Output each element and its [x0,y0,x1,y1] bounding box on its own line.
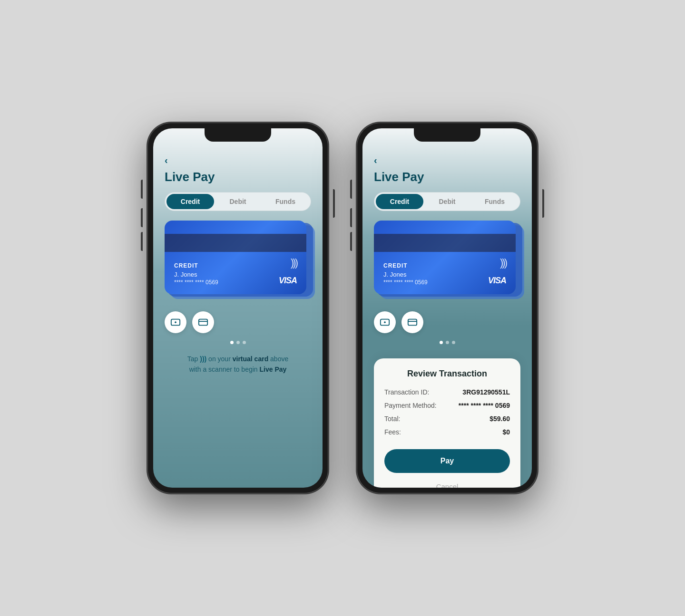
tab-credit-1[interactable]: Credit [166,194,214,209]
review-transaction-card: Review Transaction Transaction ID: 3RG91… [374,358,520,488]
review-row-fees: Fees: $0 [384,428,510,436]
review-row-transaction-id: Transaction ID: 3RG91290551L [384,388,510,396]
card-stripe-1 [165,234,306,252]
card-actions-1 [165,311,311,333]
card-dots-2 [374,341,520,344]
dot-1-active [230,341,234,344]
card-detail-icon [198,317,208,327]
card-stripe-2 [374,234,516,252]
card-dots-1 [165,341,311,344]
phone-2: ‹ Live Pay Credit Debit Funds ))) [357,123,538,493]
review-row-payment-method: Payment Method: **** **** **** 0569 [384,402,510,409]
dot-2-2 [446,341,449,344]
card-detail-icon-2 [407,317,418,327]
page-title-2: Live Pay [374,170,520,184]
card-actions-2 [374,311,520,333]
pay-button[interactable]: Pay [384,449,510,473]
review-row-total: Total: $59.60 [384,415,510,423]
card-brand-2: VISA [488,276,506,286]
instruction-wifi-symbol: ))) [200,355,208,363]
dot-1-2 [236,341,240,344]
card-detail-button[interactable] [192,311,214,333]
screen-2: ‹ Live Pay Credit Debit Funds ))) [362,128,532,488]
svg-rect-1 [199,319,207,326]
tab-debit-1[interactable]: Debit [214,194,262,209]
total-label: Total: [384,415,400,423]
tab-funds-2[interactable]: Funds [471,194,519,209]
instruction-above: above [270,355,288,363]
card-type-1: CREDIT [174,262,297,269]
tabs-2: Credit Debit Funds [374,192,520,211]
instruction-virtual-card: virtual card [233,355,268,363]
svg-rect-4 [408,319,417,326]
card-detail-button-2[interactable] [401,311,423,333]
add-card-icon-2 [380,317,390,327]
notch [205,128,271,142]
credit-card-2: ))) CREDIT J. Jones **** **** **** 0569 … [374,221,516,294]
tab-funds-1[interactable]: Funds [262,194,309,209]
page-title-1: Live Pay [165,170,311,184]
add-card-button-2[interactable] [374,311,396,333]
tabs-1: Credit Debit Funds [165,192,311,211]
add-card-button[interactable] [165,311,186,333]
notch-2 [414,128,480,142]
card-area-2: ))) CREDIT J. Jones **** **** **** 0569 … [374,221,520,304]
dot-2-1-active [440,341,443,344]
review-title: Review Transaction [384,369,510,379]
back-button-2[interactable]: ‹ [374,155,520,166]
fees-label: Fees: [384,428,401,436]
instruction-tap: Tap [187,355,200,363]
instruction-on-your: on your [208,355,233,363]
transaction-id-label: Transaction ID: [384,388,429,396]
transaction-id-value: 3RG91290551L [462,388,510,396]
instruction-line2: with a scanner to begin [189,366,260,373]
back-button-1[interactable]: ‹ [165,155,311,166]
instruction-live-pay: Live Pay [260,366,287,373]
tab-credit-2[interactable]: Credit [376,194,423,209]
card-brand-1: VISA [279,276,297,286]
dot-2-3 [452,341,455,344]
tab-debit-2[interactable]: Debit [423,194,471,209]
add-card-icon [170,317,181,327]
screen-1: ‹ Live Pay Credit Debit Funds ))) [153,128,323,488]
card-type-2: CREDIT [383,262,506,269]
payment-method-value: **** **** **** 0569 [459,402,510,409]
card-area-1: ))) CREDIT J. Jones **** **** **** 0569 … [165,221,311,304]
dot-1-3 [243,341,246,344]
instruction-text-1: Tap ))) on your virtual card above with … [165,354,311,375]
credit-card-1: ))) CREDIT J. Jones **** **** **** 0569 … [165,221,306,294]
total-value: $59.60 [489,415,510,423]
payment-method-label: Payment Method: [384,402,437,409]
fees-value: $0 [502,428,510,436]
phone-1: ‹ Live Pay Credit Debit Funds ))) [147,123,328,493]
cancel-button[interactable]: Cancel [384,479,510,488]
